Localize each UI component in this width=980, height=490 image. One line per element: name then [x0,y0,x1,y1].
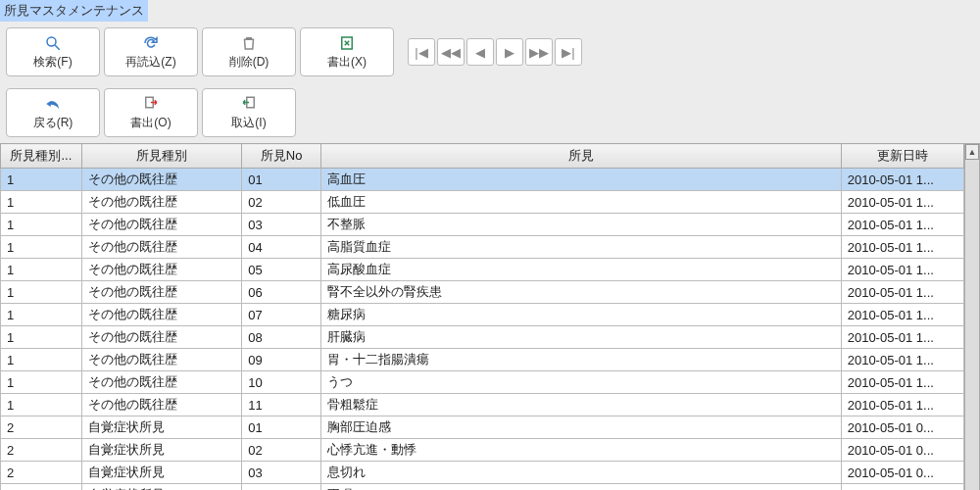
table-row[interactable]: 1その他の既往歴11骨粗鬆症2010-05-01 1... [1,394,964,416]
table-row[interactable]: 1その他の既往歴02低血圧2010-05-01 1... [1,191,964,214]
cell-type: その他の既往歴 [81,394,241,416]
findings-table: 所見種別... 所見種別 所見No 所見 更新日時 1その他の既往歴01高血圧2… [0,143,964,490]
cell-finding: 高脂質血症 [320,236,841,259]
reload-button[interactable]: 再読込(Z) [104,27,198,76]
cell-type: 自覚症状所見 [81,439,241,462]
cell-updated: 2010-05-01 1... [841,281,963,304]
cell-typeNo: 2 [1,439,82,462]
cell-typeNo: 1 [1,236,82,259]
nav-next-page-button[interactable]: ▶▶ [525,38,553,66]
next-page-icon: ▶▶ [529,45,549,60]
table-row[interactable]: 2自覚症状所見02心悸亢進・動悸2010-05-01 0... [1,439,964,462]
svg-line-1 [55,45,60,50]
table-row[interactable]: 1その他の既往歴05高尿酸血症2010-05-01 1... [1,259,964,281]
cell-no: 08 [242,326,321,349]
export-x-button[interactable]: 書出(X) [300,27,394,76]
cell-typeNo: 1 [1,259,82,281]
nav-last-button[interactable]: ▶| [555,38,582,66]
cell-finding: 息切れ [320,462,841,484]
cell-typeNo: 1 [1,349,82,371]
cell-no: 02 [242,191,321,214]
cell-typeNo: 1 [1,214,82,236]
cell-typeNo: 1 [1,304,82,326]
nav-group: |◀ ◀◀ ◀ ▶ ▶▶ ▶| [408,27,582,76]
table-row[interactable]: 1その他の既往歴04高脂質血症2010-05-01 1... [1,236,964,259]
export-doc-icon [142,95,160,113]
table-row[interactable]: 1その他の既往歴08肝臓病2010-05-01 1... [1,326,964,349]
col-header-typeno[interactable]: 所見種別... [1,144,82,169]
cell-no: 07 [242,304,321,326]
prev-icon: ◀ [475,45,485,60]
cell-updated: 2010-05-01 0... [841,439,963,462]
reload-icon [142,34,160,52]
cell-finding: うつ [320,371,841,394]
cell-no: 01 [242,416,321,439]
table-row[interactable]: 1その他の既往歴07糖尿病2010-05-01 1... [1,304,964,326]
cell-finding: 心悸亢進・動悸 [320,439,841,462]
cell-type: その他の既往歴 [81,191,241,214]
cell-no: 02 [242,439,321,462]
back-button[interactable]: 戻る(R) [6,88,100,137]
cell-updated: 2010-05-01 0... [841,462,963,484]
first-icon: |◀ [415,45,427,60]
nav-prev-page-button[interactable]: ◀◀ [437,38,465,66]
cell-finding: 低血圧 [320,191,841,214]
toolbar-secondary: 戻る(R) 書出(O) 取込(I) [0,82,980,143]
cell-finding: 胃・十二指腸潰瘍 [320,349,841,371]
cell-no: 01 [242,169,321,191]
cell-type: その他の既往歴 [81,371,241,394]
col-header-type[interactable]: 所見種別 [81,144,241,169]
vertical-scrollbar[interactable]: ▲ ▼ [964,143,980,490]
export-o-button[interactable]: 書出(O) [104,88,198,137]
table-row[interactable]: 1その他の既往歴06腎不全以外の腎疾患2010-05-01 1... [1,281,964,304]
cell-type: その他の既往歴 [81,304,241,326]
col-header-updated[interactable]: 更新日時 [841,144,963,169]
cell-typeNo: 1 [1,281,82,304]
cell-updated: 2010-05-01 1... [841,236,963,259]
cell-finding: 胸部圧迫感 [320,416,841,439]
cell-no: 04 [242,236,321,259]
table-row[interactable]: 1その他の既往歴01高血圧2010-05-01 1... [1,169,964,191]
table-row[interactable]: 2自覚症状所見03息切れ2010-05-01 0... [1,462,964,484]
search-button[interactable]: 検索(F) [6,27,100,76]
col-header-no[interactable]: 所見No [242,144,321,169]
table-row[interactable]: 2自覚症状所見01胸部圧迫感2010-05-01 0... [1,416,964,439]
window-title: 所見マスタメンテナンス [0,0,148,22]
cell-no: 03 [242,462,321,484]
nav-first-button[interactable]: |◀ [408,38,435,66]
cell-type: その他の既往歴 [81,236,241,259]
table-row[interactable]: 1その他の既往歴10うつ2010-05-01 1... [1,371,964,394]
search-label: 検索(F) [33,54,72,71]
cell-type: その他の既往歴 [81,169,241,191]
trash-icon [240,34,258,52]
scroll-up-button[interactable]: ▲ [965,144,979,160]
cell-updated: 2010-05-01 1... [841,304,963,326]
nav-prev-button[interactable]: ◀ [466,38,494,66]
export-x-label: 書出(X) [327,54,367,71]
nav-next-button[interactable]: ▶ [496,38,523,66]
cell-no: 06 [242,281,321,304]
import-doc-icon [240,95,258,113]
svg-point-0 [47,37,56,46]
cell-updated: 2010-05-01 0... [841,484,963,491]
cell-typeNo: 2 [1,416,82,439]
table-row[interactable]: 1その他の既往歴09胃・十二指腸潰瘍2010-05-01 1... [1,349,964,371]
cell-finding: 不眠 [320,484,841,491]
toolbar-primary: 検索(F) 再読込(Z) 削除(D) 書出(X) |◀ ◀◀ ◀ ▶ ▶▶ ▶| [0,22,980,82]
delete-button[interactable]: 削除(D) [202,27,296,76]
last-icon: ▶| [562,45,574,60]
reload-label: 再読込(Z) [125,54,175,71]
cell-updated: 2010-05-01 1... [841,371,963,394]
cell-finding: 高血圧 [320,169,841,191]
cell-finding: 不整脈 [320,214,841,236]
cell-no: 09 [242,349,321,371]
import-button[interactable]: 取込(I) [202,88,296,137]
cell-typeNo: 1 [1,371,82,394]
col-header-finding[interactable]: 所見 [320,144,841,169]
cell-no: 03 [242,214,321,236]
table-row[interactable]: 1その他の既往歴03不整脈2010-05-01 1... [1,214,964,236]
cell-type: 自覚症状所見 [81,462,241,484]
table-row[interactable]: 2自覚症状所見04不眠2010-05-01 0... [1,484,964,491]
cell-updated: 2010-05-01 1... [841,326,963,349]
cell-finding: 腎不全以外の腎疾患 [320,281,841,304]
